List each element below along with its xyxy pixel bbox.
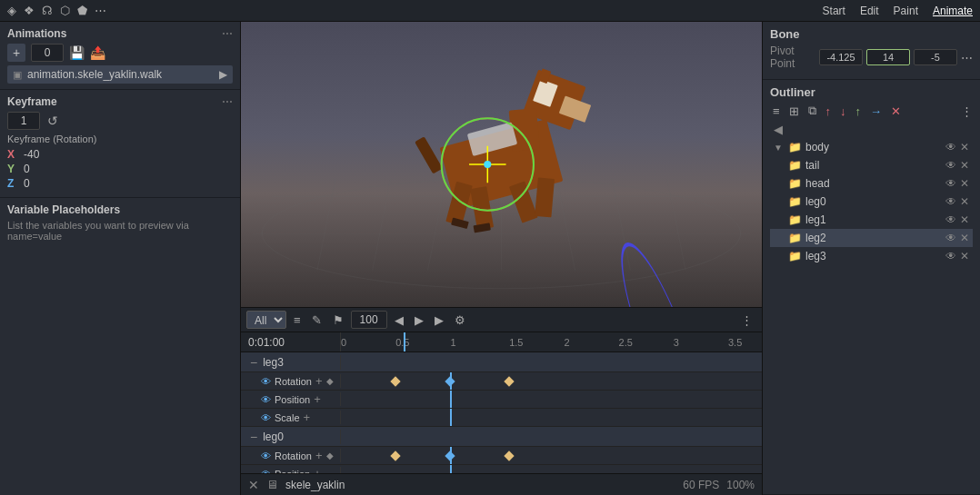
head-visibility-icon[interactable]: 👁: [945, 177, 956, 190]
rotation-eye-icon[interactable]: 👁: [261, 376, 271, 387]
outliner-copy-btn[interactable]: ⧉: [805, 103, 819, 119]
timeline-frame-input[interactable]: [351, 311, 387, 329]
outliner-grid-btn[interactable]: ⊞: [786, 104, 802, 119]
outliner-item-leg1[interactable]: 📁 leg1 👁 ✕: [770, 211, 973, 229]
menu-start[interactable]: Start: [823, 5, 845, 17]
outliner-item-leg3[interactable]: 📁 leg3 👁 ✕: [770, 247, 973, 265]
add-position-keyframe-button[interactable]: +: [314, 392, 321, 406]
position-eye-icon[interactable]: 👁: [261, 394, 271, 405]
timecode-1-5: 1.5: [509, 337, 523, 348]
keyframe-z-row: Z 0: [7, 177, 233, 190]
menu-animate[interactable]: Animate: [933, 5, 973, 17]
tail-close-icon[interactable]: ✕: [960, 159, 969, 172]
timeline-dots-button[interactable]: ⋮: [737, 312, 756, 329]
save-animation-button[interactable]: 💾: [69, 45, 85, 60]
add-animation-button[interactable]: +: [7, 44, 25, 62]
keyframe-x-row: X -40: [7, 148, 233, 161]
timeline-leg3-rotation-track[interactable]: [341, 372, 762, 390]
timeline-leg3-position-track[interactable]: [341, 391, 762, 408]
keyframe-diamond-leg3-rot-1[interactable]: [391, 376, 401, 386]
outliner-item-leg0[interactable]: 📁 leg0 👁 ✕: [770, 193, 973, 211]
timeline-next-button[interactable]: ▶: [411, 312, 427, 329]
leg1-close-icon[interactable]: ✕: [960, 213, 969, 226]
add-leg0-rotation-keyframe-button[interactable]: +: [315, 449, 323, 462]
leg1-visibility-icon[interactable]: 👁: [945, 213, 956, 226]
add-scale-keyframe-button[interactable]: +: [304, 411, 311, 424]
timeline-flag-button[interactable]: ⚑: [329, 312, 347, 329]
keyframe-number[interactable]: [7, 112, 40, 130]
body-visibility-icon[interactable]: 👁: [945, 141, 956, 153]
pivot-z-input[interactable]: [914, 49, 957, 65]
tail-visibility-icon[interactable]: 👁: [945, 159, 956, 172]
outliner-section: Outliner ≡ ⊞ ⧉ ↑ ↓ ↑ → ✕ ⋮ ◀ ▼ 📁: [763, 80, 980, 495]
pivot-y-input[interactable]: [866, 49, 910, 65]
menu-paint[interactable]: Paint: [894, 5, 918, 17]
tool-icon-2[interactable]: ❖: [24, 4, 35, 17]
collapse-leg3-button[interactable]: −: [248, 355, 259, 370]
outliner-delete-btn[interactable]: ✕: [888, 104, 904, 119]
leg2-visibility-icon[interactable]: 👁: [945, 232, 956, 244]
timeline-leg3-scale-track[interactable]: [341, 409, 762, 426]
body-name: body: [805, 141, 942, 153]
outliner-item-body[interactable]: ▼ 📁 body 👁 ✕: [770, 138, 973, 156]
outliner-blue-arrow-btn[interactable]: →: [867, 104, 885, 119]
leg0-close-icon[interactable]: ✕: [960, 195, 969, 208]
timeline-prev-button[interactable]: ◀: [391, 312, 407, 329]
outliner-list-btn[interactable]: ≡: [770, 104, 783, 119]
timeline-play-button[interactable]: ▶: [431, 312, 447, 329]
keyframe-reset-button[interactable]: ↺: [47, 114, 58, 128]
variable-placeholders-section: Variable Placeholders List the variables…: [0, 198, 240, 495]
animations-menu-dots[interactable]: ⋯: [222, 27, 233, 40]
scale-eye-icon[interactable]: 👁: [261, 412, 271, 423]
animation-counter[interactable]: [31, 44, 64, 62]
timeline-leg0-rotation-track[interactable]: [341, 447, 762, 464]
timeline-leg0-position-track[interactable]: [341, 465, 762, 473]
outliner-item-leg2[interactable]: 📁 leg2 👁 ✕: [770, 229, 973, 247]
animation-play-button[interactable]: ▶: [219, 68, 227, 81]
tool-icon-6[interactable]: ⋯: [95, 4, 106, 17]
animation-item[interactable]: ▣ animation.skele_yaklin.walk ▶: [7, 65, 233, 84]
outliner-red-down-btn[interactable]: ↓: [837, 104, 849, 119]
outliner-collapse-body-btn[interactable]: ◀: [774, 123, 783, 136]
timeline-options-button[interactable]: ⚙: [451, 312, 469, 329]
outliner-item-tail[interactable]: 📁 tail 👁 ✕: [770, 156, 973, 174]
pivot-x-input[interactable]: [819, 49, 863, 65]
outliner-green-up-btn[interactable]: ↑: [853, 104, 865, 119]
head-close-icon[interactable]: ✕: [960, 177, 969, 190]
timeline-edit-button[interactable]: ✎: [308, 312, 325, 329]
timecode-2-5: 2.5: [619, 337, 633, 348]
outliner-red-arrow-btn[interactable]: ↑: [823, 104, 835, 119]
leg0-visibility-icon[interactable]: 👁: [945, 195, 956, 208]
menu-edit[interactable]: Edit: [860, 5, 879, 17]
keyframe-diamond-leg0-rot-1[interactable]: [391, 450, 401, 460]
timeline-filter-dropdown[interactable]: All: [246, 311, 286, 329]
pivot-point-row: Pivot Point ⋯: [770, 45, 973, 70]
keyframe-menu-dots[interactable]: ⋯: [222, 95, 233, 108]
tool-icon-1[interactable]: ◈: [7, 4, 16, 17]
close-button[interactable]: ✕: [248, 478, 259, 492]
collapse-leg0-button[interactable]: −: [248, 430, 259, 444]
head-folder-icon: 📁: [788, 177, 802, 190]
outliner-dots-btn[interactable]: ⋮: [961, 104, 973, 118]
keyframe-diamond-leg0-rot-3[interactable]: [505, 450, 515, 460]
body-close-icon[interactable]: ✕: [960, 141, 969, 153]
export-animation-button[interactable]: 📤: [90, 45, 105, 60]
leg2-close-icon[interactable]: ✕: [960, 232, 969, 244]
tool-icon-5[interactable]: ⬟: [77, 4, 87, 17]
keyframe-diamond-leg3-rot-3[interactable]: [505, 376, 515, 386]
outliner-item-head[interactable]: 📁 head 👁 ✕: [770, 174, 973, 193]
timeline-timecodes[interactable]: 0 0.5 1 1.5 2 2.5 3 3.5: [341, 332, 762, 351]
add-rotation-keyframe-button[interactable]: +: [315, 374, 323, 388]
right-panel: Bone Pivot Point ⋯ Outliner ≡ ⊞ ⧉ ↑ ↓ ↑ …: [762, 22, 980, 495]
keyframe-z-value: 0: [24, 177, 30, 190]
pivot-options-button[interactable]: ⋯: [961, 51, 973, 64]
tool-icon-4[interactable]: ⬡: [60, 4, 70, 17]
leg3-close-icon[interactable]: ✕: [960, 250, 969, 262]
timeline-align-button[interactable]: ≡: [290, 312, 305, 329]
viewport[interactable]: [241, 22, 762, 307]
tool-icon-3[interactable]: ☊: [42, 4, 53, 17]
leg0-rotation-eye-icon[interactable]: 👁: [261, 450, 271, 461]
add-leg0-position-keyframe-button[interactable]: +: [314, 467, 321, 473]
leg3-visibility-icon[interactable]: 👁: [945, 250, 956, 262]
timeline-leg3-rotation-label: 👁 Rotation + ◆: [241, 374, 341, 388]
